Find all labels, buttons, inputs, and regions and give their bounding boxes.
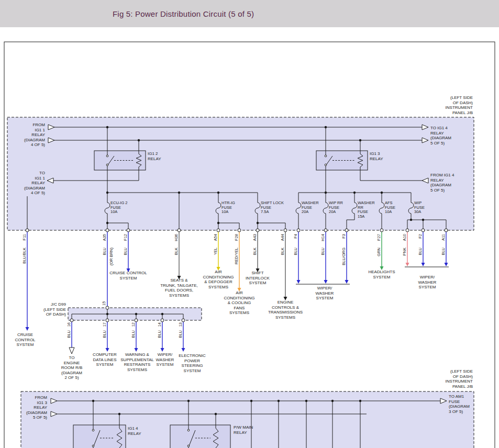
- junction-dot: [257, 222, 259, 224]
- wire-color-label: (OR BRN): [109, 248, 114, 266]
- junction-dot: [381, 192, 383, 194]
- pin-label-F11: F11: [22, 234, 27, 240]
- pin-label-17: 17: [102, 322, 107, 327]
- label-wiper-washer-3: WIPER/WASHERSYSTEM: [156, 352, 174, 367]
- wire-color-label: BLU/ORG: [341, 248, 346, 265]
- relay-contact: [325, 155, 327, 157]
- pin-terminal: [70, 319, 73, 322]
- relay-pw-main: [170, 425, 230, 448]
- pin-label-A54: A54: [213, 234, 218, 241]
- junction-dot: [325, 192, 327, 194]
- wire-color-label: BLU: [102, 248, 107, 255]
- wire-color-label: BLU: [131, 330, 136, 338]
- junction-dot: [118, 413, 120, 415]
- pin-label-H36: H36: [174, 234, 179, 241]
- junction-dot: [135, 313, 137, 315]
- pin-label-A35: A35: [102, 234, 107, 241]
- pin-terminal: [345, 229, 348, 232]
- pin-label-16: 16: [66, 322, 71, 327]
- pin-label-A43: A43: [252, 234, 257, 241]
- junction-dot: [106, 313, 108, 315]
- pin-terminal: [256, 229, 259, 232]
- junction-dot: [331, 400, 334, 402]
- junction-dot: [187, 400, 190, 402]
- pin-terminal: [182, 319, 185, 322]
- junction-dot: [410, 219, 412, 221]
- label-wiper-washer-2: WIPER/WASHERSYSTEM: [418, 275, 437, 289]
- junction-dot: [217, 192, 219, 194]
- relay-contact: [106, 155, 108, 157]
- instrument-panel-jb-upper: [7, 117, 474, 230]
- pin-terminal: [161, 319, 164, 322]
- relay-ig1-4: [73, 425, 126, 448]
- pin-terminal: [135, 319, 138, 322]
- pin-label-13: 13: [178, 322, 183, 327]
- wire-color-label: BLK: [280, 248, 285, 255]
- pin-label-A10: A10: [402, 234, 407, 241]
- junction-dot: [178, 192, 180, 194]
- label-cruise-control-2: CRUISECONTROLSYSTEM: [15, 332, 36, 347]
- junction-dot: [215, 413, 217, 415]
- pin-terminal: [422, 229, 425, 232]
- wire-color-label: BLU: [157, 330, 162, 338]
- wire-color-label: BLU/BLK: [22, 248, 27, 264]
- junction-dot: [106, 126, 108, 128]
- wire-color-label: BLU: [66, 330, 71, 338]
- pin-terminal: [106, 306, 109, 309]
- pin-terminal: [217, 229, 220, 232]
- junction-dot: [106, 222, 108, 224]
- wire-color-label: BLU: [418, 248, 423, 255]
- junction-dot: [138, 139, 140, 141]
- pin-label-F12: F12: [123, 234, 128, 241]
- wire-color-label: YEL: [213, 248, 218, 255]
- pin-label-F4: F4: [293, 234, 298, 239]
- relay-contact: [92, 429, 94, 431]
- wiring-diagram-canvas: IG1 2RELAYIG1 3RELAYIG1 4RELAYP/W MAINRE…: [0, 0, 499, 448]
- pin-terminal: [284, 229, 287, 232]
- junction-dot: [353, 192, 356, 194]
- pin-terminal: [238, 229, 241, 232]
- label-computer-data-lines: COMPUTERDATA LINESSYSTEM: [93, 352, 117, 367]
- junction-dot: [278, 400, 280, 402]
- pin-terminal: [178, 229, 181, 232]
- pin-terminal: [297, 229, 300, 232]
- relay-contact: [187, 429, 190, 431]
- pin-label-F27: F27: [376, 234, 381, 241]
- pin-terminal: [406, 229, 409, 232]
- wire-color-label: BLK: [252, 248, 257, 255]
- junction-dot: [359, 139, 361, 141]
- diagram-border: [4, 42, 495, 448]
- junction-dot: [305, 400, 307, 402]
- junction-dot: [359, 400, 361, 402]
- wire-color-label: BLK: [174, 248, 179, 255]
- pin-label-A44: A44: [280, 234, 285, 241]
- pin-terminal: [445, 229, 448, 232]
- wire-color-label: BLU: [293, 248, 298, 255]
- pin-label-14: 14: [157, 322, 162, 327]
- pin-terminal: [380, 229, 383, 232]
- pin-terminal: [127, 229, 130, 232]
- wire-color-label: RED/YEL: [234, 248, 239, 264]
- label-wiper-washer-1: WIPER/WASHERSYSTEM: [316, 286, 334, 300]
- wire-color-label: BLU: [441, 248, 446, 255]
- wire-color-label: GRN: [376, 248, 381, 256]
- pin-label-A11: A11: [441, 234, 446, 241]
- wire-color-label: BLU: [102, 330, 107, 338]
- pin-terminal: [26, 229, 29, 232]
- junction-dot: [250, 400, 252, 402]
- wire-color-label: BLU: [320, 248, 325, 255]
- pin-label-12: 12: [131, 322, 136, 327]
- junction-dot: [325, 126, 327, 128]
- pin-terminal: [106, 229, 109, 232]
- pin-label-F2: F2: [418, 234, 423, 239]
- wire-color-label: BLU: [123, 248, 128, 255]
- wire-color-label: BLU: [178, 330, 183, 338]
- pin-label-H14: H14: [320, 234, 325, 241]
- junction-dot: [422, 219, 424, 221]
- pin-label-15: 15: [102, 301, 106, 306]
- pin-label-F28: F28: [234, 234, 239, 241]
- pin-terminal: [106, 319, 109, 322]
- junction-dot: [92, 400, 94, 402]
- junction-dot: [106, 192, 108, 194]
- wire-color-label: PNK: [402, 248, 407, 255]
